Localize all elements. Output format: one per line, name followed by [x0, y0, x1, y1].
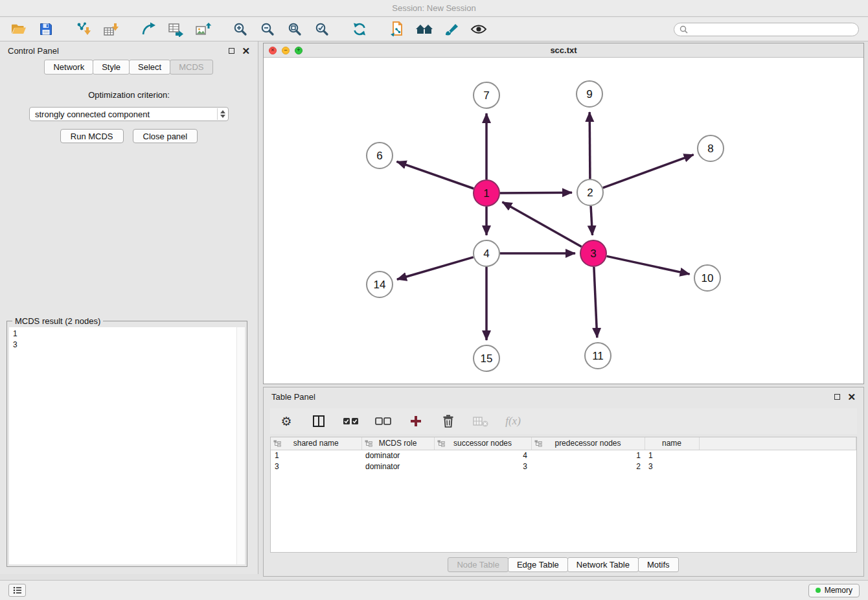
table-cell[interactable]: dominator: [361, 461, 434, 472]
float-table-panel-icon[interactable]: [834, 394, 840, 400]
zoom-out-button[interactable]: [258, 19, 277, 39]
maximize-window-icon[interactable]: +: [295, 47, 303, 54]
run-mcds-button[interactable]: Run MCDS: [60, 129, 124, 143]
zoom-selected-button[interactable]: [312, 19, 332, 39]
close-panel-button[interactable]: Close panel: [133, 129, 198, 143]
tab-mcds[interactable]: MCDS: [170, 60, 212, 75]
edge-2-8[interactable]: [603, 155, 694, 188]
column-header-successor-nodes[interactable]: successor nodes: [434, 437, 531, 450]
task-history-button[interactable]: [8, 584, 26, 597]
edge-3-10[interactable]: [607, 256, 690, 274]
import-group: [74, 19, 120, 39]
zoom-fit-icon: [287, 21, 303, 37]
optimization-criterion-select[interactable]: strongly connected component: [29, 107, 229, 121]
trash-icon: [442, 414, 455, 428]
close-panel-icon[interactable]: ✕: [242, 46, 250, 56]
refresh-icon: [352, 21, 367, 37]
mcds-result-list: 13: [13, 329, 234, 563]
tab-network-table[interactable]: Network Table: [567, 557, 639, 572]
deselect-all-rows-button[interactable]: [374, 411, 393, 431]
edge-4-14[interactable]: [397, 257, 474, 279]
table-panel-header: Table Panel ✕: [264, 387, 863, 406]
tab-style[interactable]: Style: [93, 60, 130, 75]
duplicate-network-button[interactable]: [387, 19, 407, 39]
tab-select[interactable]: Select: [129, 60, 170, 75]
table-panel-title: Table Panel: [271, 392, 315, 402]
network-tools-group: [139, 19, 212, 39]
search-box[interactable]: [674, 23, 859, 36]
float-panel-icon[interactable]: [229, 48, 234, 54]
close-table-panel-icon[interactable]: ✕: [847, 392, 856, 402]
show-columns-button[interactable]: [309, 411, 328, 431]
table-cell[interactable]: 1: [271, 450, 361, 461]
table-row[interactable]: 1dominator411: [271, 450, 856, 461]
column-header-shared-name[interactable]: shared name: [271, 437, 361, 450]
edge-3-1[interactable]: [502, 202, 581, 247]
open-file-button[interactable]: [9, 19, 29, 39]
network-graph[interactable]: 7968123410141511: [264, 58, 863, 384]
minimize-window-icon[interactable]: –: [282, 47, 290, 54]
edge-2-9[interactable]: [589, 112, 590, 179]
node-label-11: 11: [592, 350, 604, 362]
node-table: shared name MCDS r: [270, 437, 857, 553]
memory-status-icon: [816, 588, 821, 593]
show-hide-button[interactable]: [469, 19, 488, 39]
deselect-all-icon: [375, 415, 392, 427]
tab-network[interactable]: Network: [44, 60, 93, 75]
save-session-button[interactable]: [36, 19, 56, 39]
column-header-predecessor-nodes[interactable]: predecessor nodes: [531, 437, 645, 450]
tab-node-table[interactable]: Node Table: [448, 557, 508, 572]
table-cell[interactable]: 1: [645, 450, 699, 461]
node-label-3: 3: [590, 248, 596, 260]
gear-icon: ⚙: [280, 415, 291, 428]
tab-motifs[interactable]: Motifs: [638, 557, 679, 572]
table-cell[interactable]: 4: [434, 450, 531, 461]
network-title: scc.txt: [550, 45, 577, 55]
import-table-button[interactable]: [101, 19, 120, 39]
select-all-icon: [343, 415, 360, 427]
table-settings-button[interactable]: ⚙: [277, 411, 296, 431]
table-cell[interactable]: 3: [271, 461, 361, 472]
home-button[interactable]: [415, 19, 434, 39]
column-header-mcds-role[interactable]: MCDS role: [361, 437, 434, 450]
table-cell[interactable]: 3: [645, 461, 699, 472]
edge-1-2[interactable]: [500, 192, 572, 193]
file-group: [9, 19, 56, 39]
column-header-name[interactable]: name: [645, 437, 699, 450]
table-cell[interactable]: 2: [531, 461, 645, 472]
memory-button[interactable]: Memory: [808, 584, 860, 597]
node-label-14: 14: [374, 279, 386, 291]
table-row[interactable]: 3dominator323: [271, 461, 856, 472]
close-window-icon[interactable]: ×: [269, 47, 277, 54]
table-cell[interactable]: 3: [434, 461, 531, 472]
edge-3-11[interactable]: [594, 267, 597, 338]
edge-1-6[interactable]: [396, 161, 474, 189]
table-cell-filler: [699, 461, 856, 472]
mcds-result-scrollbar[interactable]: [236, 327, 245, 564]
table-cell[interactable]: dominator: [361, 450, 434, 461]
status-bar: Memory: [0, 580, 868, 600]
refresh-button[interactable]: [350, 19, 369, 39]
search-input[interactable]: [691, 25, 853, 34]
table-panel: Table Panel ✕ ⚙: [263, 387, 864, 577]
add-column-button[interactable]: [406, 411, 426, 431]
delete-column-button[interactable]: [439, 411, 458, 431]
control-panel-title: Control Panel: [8, 46, 59, 56]
select-all-rows-button[interactable]: [341, 411, 361, 431]
zoom-in-button[interactable]: [231, 19, 250, 39]
table-cell[interactable]: 1: [531, 450, 645, 461]
network-from-table-button[interactable]: [166, 19, 185, 39]
first-neighbors-button[interactable]: [139, 19, 158, 39]
apply-style-button[interactable]: [442, 19, 461, 39]
export-image-button[interactable]: [193, 19, 212, 39]
edge-2-3[interactable]: [591, 206, 592, 235]
save-icon: [38, 21, 54, 37]
mcds-result-area[interactable]: 13: [9, 327, 245, 564]
table-header-row: shared name MCDS r: [271, 437, 856, 450]
import-network-button[interactable]: [74, 19, 93, 39]
zoom-fit-button[interactable]: [285, 19, 304, 39]
eye-icon: [470, 23, 487, 35]
select-stepper-icon: [217, 108, 227, 120]
node-label-10: 10: [702, 272, 714, 284]
tab-edge-table[interactable]: Edge Table: [508, 557, 568, 572]
